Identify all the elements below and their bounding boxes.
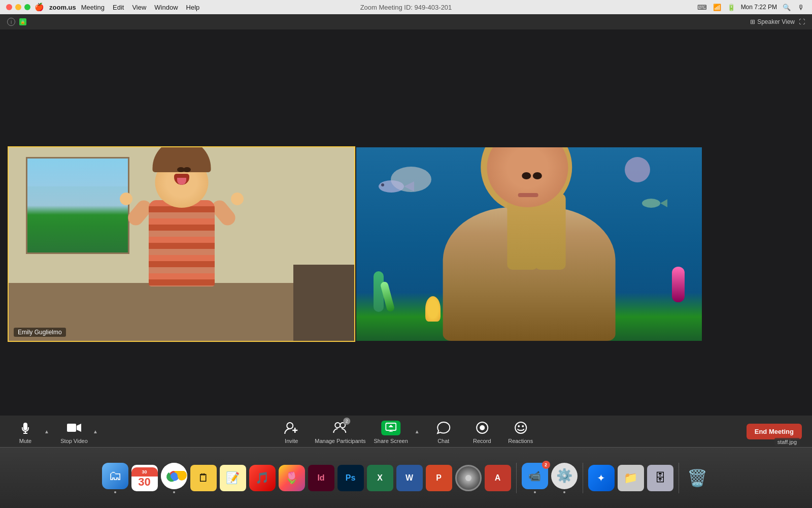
dock-item-app2[interactable]: 🗄: [647, 465, 673, 491]
chat-button[interactable]: Chat: [428, 419, 459, 444]
end-meeting-button[interactable]: End Meeting: [747, 424, 802, 439]
menu-window[interactable]: Window: [150, 3, 182, 12]
video-tile-right: Tara Boykin: [355, 146, 703, 342]
app2-icon: 🗄: [647, 465, 673, 491]
dock-item-chrome[interactable]: [161, 463, 187, 493]
svg-marker-4: [660, 199, 667, 207]
invite-button[interactable]: Invite: [276, 419, 307, 444]
dock-item-word[interactable]: W: [396, 465, 423, 491]
close-button[interactable]: [6, 4, 12, 10]
chat-icon: [434, 419, 453, 437]
invite-icon: [282, 419, 300, 437]
dock-item-calendar[interactable]: 30 30: [131, 465, 158, 491]
sysprefs-dot: [563, 491, 565, 493]
svg-marker-17: [388, 425, 393, 427]
zoom-toolbar-right: ⊞ Speaker View ⛶: [750, 18, 805, 25]
speaker-view-label: Speaker View: [757, 18, 795, 25]
finder-icon: 🗂: [102, 463, 128, 489]
menu-meeting[interactable]: Meeting: [77, 3, 109, 12]
stickies-icon: 🗒: [190, 465, 217, 491]
notes-icon: 📝: [220, 465, 246, 491]
files-icon: 📁: [618, 465, 644, 491]
zoom-dot: [534, 491, 536, 493]
dock-item-acrobat[interactable]: A: [485, 465, 511, 491]
reactions-button[interactable]: Reactions: [505, 419, 536, 444]
zoom-badge: 2: [542, 461, 550, 469]
svg-point-21: [518, 425, 520, 427]
file-label: staff.jpg: [774, 438, 800, 446]
share-screen-icon: [382, 419, 400, 437]
dock-item-finder[interactable]: 🗂: [102, 463, 128, 493]
chrome-icon: [161, 463, 187, 489]
dock-item-notes[interactable]: 📝: [220, 465, 246, 491]
battery-icon: 🔋: [726, 4, 737, 11]
speaker-view-icon: ⊞: [750, 18, 755, 25]
share-screen-button[interactable]: Share Screen: [374, 419, 408, 444]
maximize-button[interactable]: [24, 4, 30, 10]
aquarium-scene: [356, 147, 702, 341]
mute-caret[interactable]: ▲: [44, 428, 50, 434]
video-grid: Emily Guglielmo: [8, 146, 703, 344]
mute-button[interactable]: Mute: [10, 419, 41, 444]
dock: 🗂 30 30 🗒 📝 🎵 🌷: [0, 447, 812, 508]
chrome-dot: [173, 491, 175, 493]
dock-item-files[interactable]: 📁: [618, 465, 644, 491]
menu-help[interactable]: Help: [182, 3, 204, 12]
video-tile-left: Emily Guglielmo: [8, 146, 355, 342]
dock-separator-3: [679, 463, 679, 493]
menubar: 🍎 zoom.us Meeting Edit View Window Help: [35, 3, 204, 12]
fullscreen-icon[interactable]: ⛶: [799, 18, 805, 25]
word-icon: W: [396, 465, 423, 491]
system-icons: ⌨ 📶 🔋: [696, 4, 737, 11]
dock-item-trash[interactable]: 🗑️: [684, 465, 710, 491]
bottom-toolbar: Mute ▲ Stop Video ▲: [0, 416, 812, 447]
room-window: [26, 157, 129, 254]
manage-participants-label: Manage Participants: [315, 438, 365, 444]
minimize-button[interactable]: [15, 4, 21, 10]
svg-point-12: [335, 423, 340, 428]
info-icon[interactable]: i: [7, 18, 15, 26]
window-title: Zoom Meeting ID: 949-403-201: [360, 4, 452, 11]
dock-item-music[interactable]: 🎵: [249, 465, 276, 491]
svg-point-25: [171, 472, 178, 480]
calendar-icon: 30 30: [131, 465, 158, 491]
finder-dot: [114, 491, 116, 493]
photos-icon: 🌷: [279, 465, 305, 491]
dock-item-excel[interactable]: X: [367, 465, 393, 491]
svg-point-22: [522, 425, 524, 427]
toolbar-center-group: Invite 2 Manage Participants: [276, 419, 536, 444]
svg-point-19: [480, 425, 485, 430]
menu-edit[interactable]: Edit: [109, 3, 128, 12]
svg-point-0: [379, 180, 404, 193]
participants-icon: 2: [331, 419, 349, 437]
acrobat-icon: A: [485, 465, 511, 491]
dock-item-photoshop[interactable]: Ps: [337, 465, 364, 491]
speaker-view-button[interactable]: ⊞ Speaker View: [750, 18, 795, 25]
stop-video-button[interactable]: Stop Video: [59, 419, 89, 444]
zoom-icon: 📹 2: [522, 463, 548, 489]
svg-point-2: [381, 183, 384, 186]
app-name[interactable]: zoom.us: [49, 4, 76, 11]
manage-participants-button[interactable]: 2 Manage Participants: [315, 419, 365, 444]
dock-separator-1: [516, 463, 517, 493]
dock-item-dvd[interactable]: [455, 465, 482, 491]
record-button[interactable]: Record: [467, 419, 497, 444]
dock-item-zoom[interactable]: 📹 2: [522, 463, 548, 493]
chat-label: Chat: [437, 438, 449, 444]
search-icon[interactable]: 🔍: [781, 4, 792, 11]
dock-item-indesign[interactable]: Id: [308, 465, 334, 491]
share-caret[interactable]: ▲: [414, 428, 420, 434]
svg-marker-8: [77, 424, 81, 432]
apple-menu[interactable]: 🍎: [35, 3, 44, 12]
menu-view[interactable]: View: [128, 3, 150, 12]
dock-item-sysprefs[interactable]: ⚙️: [551, 463, 578, 493]
dock-item-photos[interactable]: 🌷: [279, 465, 305, 491]
zoom-toolbar-left: i 🔒: [7, 18, 26, 26]
music-icon: 🎵: [249, 465, 276, 491]
dock-item-stickies[interactable]: 🗒: [190, 465, 217, 491]
dock-item-xcode[interactable]: ✦: [588, 465, 615, 491]
video-caret[interactable]: ▲: [92, 428, 98, 434]
siri-icon[interactable]: 🎙: [796, 4, 806, 11]
dock-item-powerpoint[interactable]: P: [426, 465, 452, 491]
bluetooth-icon: ⌨: [696, 4, 708, 11]
